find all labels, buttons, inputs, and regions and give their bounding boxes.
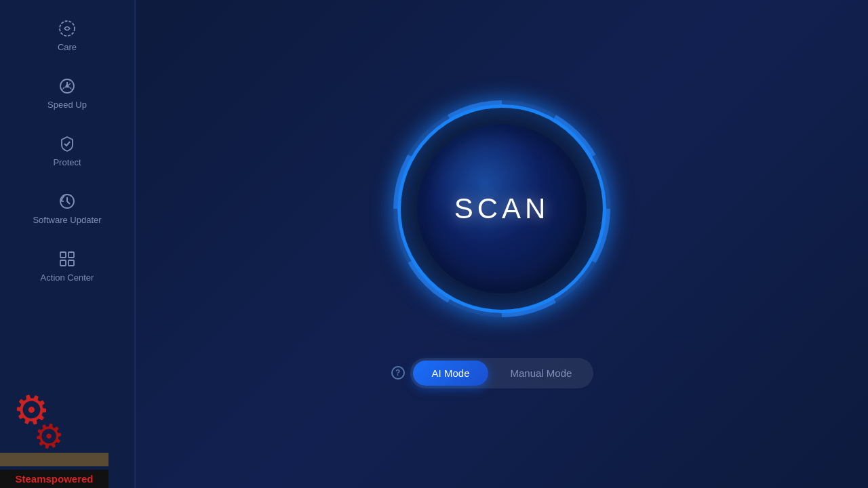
sidebar-item-care[interactable]: Care xyxy=(0,7,134,64)
sidebar-item-speed-up[interactable]: Speed Up xyxy=(0,64,134,122)
sidebar-item-action-center[interactable]: Action Center xyxy=(0,237,134,295)
protect-icon xyxy=(58,134,77,153)
care-icon xyxy=(58,19,77,38)
speedup-icon xyxy=(58,77,77,96)
manual-mode-button[interactable]: Manual Mode xyxy=(491,361,591,386)
sidebar-item-protect[interactable]: Protect xyxy=(0,122,134,180)
svg-rect-5 xyxy=(68,252,74,258)
scan-button-label: SCAN xyxy=(454,192,550,225)
sidebar-label-protect: Protect xyxy=(53,157,81,167)
sidebar-item-software-updater[interactable]: Software Updater xyxy=(0,180,134,237)
sidebar: Care Speed Up Protect xyxy=(0,0,136,488)
steam-bar xyxy=(0,453,108,466)
sidebar-label-software-updater: Software Updater xyxy=(33,215,101,225)
software-updater-icon xyxy=(58,192,77,211)
svg-rect-7 xyxy=(68,260,74,266)
sidebar-label-speed-up: Speed Up xyxy=(47,100,87,110)
main-content: SCAN ? AI Mode Manual Mode xyxy=(136,0,868,488)
action-center-icon xyxy=(58,249,77,268)
svg-rect-6 xyxy=(60,260,66,266)
help-icon[interactable]: ? xyxy=(391,366,405,380)
steam-overlay: ⚙ ⚙ Steamspowered xyxy=(0,380,108,488)
scan-button-outer: SCAN xyxy=(393,100,610,317)
sidebar-label-care: Care xyxy=(58,42,77,52)
sidebar-label-action-center: Action Center xyxy=(41,272,94,283)
steam-label: Steamspowered xyxy=(0,470,108,488)
scan-button[interactable]: SCAN xyxy=(417,124,587,293)
svg-rect-4 xyxy=(60,252,66,258)
svg-point-0 xyxy=(60,21,75,36)
scan-button-ring: SCAN xyxy=(401,108,603,310)
steam-gear-bottom-icon: ⚙ xyxy=(31,415,67,459)
scan-container: SCAN ? AI Mode Manual Mode xyxy=(393,100,610,388)
ai-mode-button[interactable]: AI Mode xyxy=(413,361,489,386)
mode-toggle: AI Mode Manual Mode xyxy=(410,358,594,388)
